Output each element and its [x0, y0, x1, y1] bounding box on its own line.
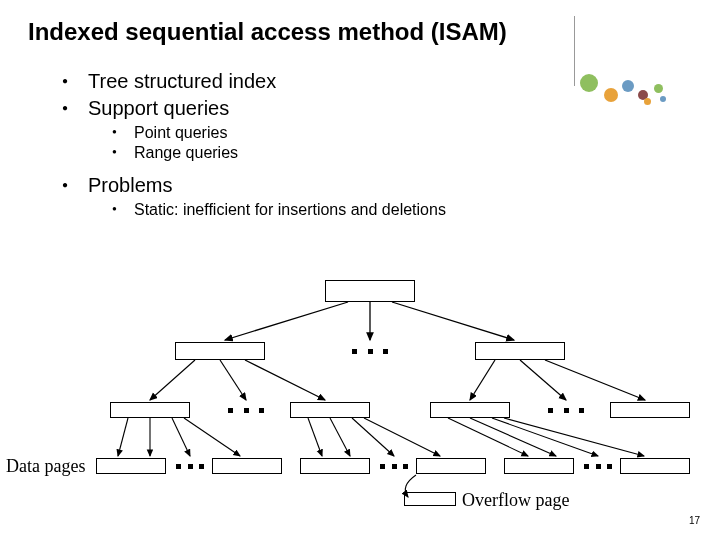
bullet-range-queries: Range queries	[112, 144, 622, 162]
data-page	[620, 458, 690, 474]
svg-line-17	[448, 418, 528, 456]
index-node-l1-left	[175, 342, 265, 360]
svg-line-6	[470, 360, 495, 400]
ellipsis-icon	[176, 461, 204, 471]
overflow-page-node	[404, 492, 456, 506]
overflow-page-label: Overflow page	[462, 490, 569, 511]
svg-line-2	[392, 302, 514, 340]
svg-line-4	[220, 360, 246, 400]
data-page	[504, 458, 574, 474]
tree-diagram: Data pages Overflow page	[0, 280, 720, 510]
svg-line-14	[330, 418, 350, 456]
svg-line-8	[545, 360, 645, 400]
svg-line-13	[308, 418, 322, 456]
svg-line-19	[492, 418, 598, 456]
index-node-l2-d	[610, 402, 690, 418]
ellipsis-icon	[584, 461, 612, 471]
svg-line-15	[352, 418, 394, 456]
ellipsis-icon	[380, 461, 408, 471]
index-node-l2-b	[290, 402, 370, 418]
deco-dot	[660, 96, 666, 102]
deco-dot	[644, 98, 651, 105]
bullet-list: Tree structured index Support queries Po…	[62, 70, 622, 221]
bullet-support-queries: Support queries	[62, 97, 622, 120]
data-page	[300, 458, 370, 474]
svg-line-9	[118, 418, 128, 456]
svg-line-11	[172, 418, 190, 456]
tree-arrows	[0, 280, 720, 510]
data-page	[96, 458, 166, 474]
bullet-point-queries: Point queries	[112, 124, 622, 142]
bullet-problems: Problems	[62, 174, 622, 197]
svg-line-5	[245, 360, 325, 400]
bullet-tree-structured: Tree structured index	[62, 70, 622, 93]
index-node-root	[325, 280, 415, 302]
bullet-static-inefficient: Static: inefficient for insertions and d…	[112, 201, 622, 219]
data-pages-label: Data pages	[6, 456, 85, 477]
slide-title: Indexed sequential access method (ISAM)	[28, 18, 507, 46]
svg-line-18	[470, 418, 556, 456]
ellipsis-icon	[352, 346, 388, 356]
svg-line-3	[150, 360, 195, 400]
data-page	[212, 458, 282, 474]
svg-line-16	[364, 418, 440, 456]
index-node-l2-c	[430, 402, 510, 418]
page-number: 17	[689, 515, 700, 526]
deco-dot	[622, 80, 634, 92]
index-node-l1-right	[475, 342, 565, 360]
ellipsis-icon	[548, 405, 584, 415]
svg-line-0	[225, 302, 348, 340]
svg-line-7	[520, 360, 566, 400]
svg-line-20	[504, 418, 644, 456]
data-page	[416, 458, 486, 474]
index-node-l2-a	[110, 402, 190, 418]
svg-line-12	[184, 418, 240, 456]
deco-dot	[654, 84, 663, 93]
ellipsis-icon	[228, 405, 264, 415]
